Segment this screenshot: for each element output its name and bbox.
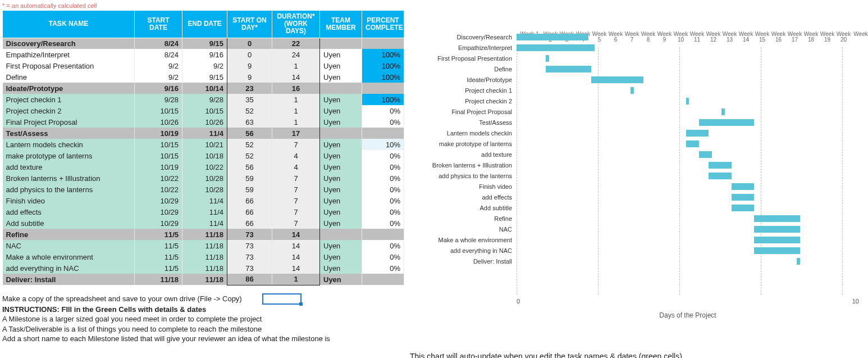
start-cell[interactable]: 10/19 (135, 128, 182, 139)
start-cell[interactable]: 11/5 (135, 251, 182, 262)
day-cell[interactable]: 66 (227, 195, 272, 206)
day-cell[interactable]: 66 (227, 217, 272, 229)
task-cell[interactable]: add physics to the lanterns (3, 184, 135, 195)
end-cell[interactable]: 11/4 (182, 217, 227, 229)
end-cell[interactable]: 10/28 (182, 173, 227, 184)
th-pct[interactable]: PERCENT COMPLETE (362, 11, 404, 38)
end-cell[interactable]: 10/26 (182, 116, 227, 128)
table-row[interactable]: First Proposal Presentation9/29/291Uyen1… (3, 60, 404, 71)
task-cell[interactable]: Deliver: Install (3, 274, 135, 285)
start-cell[interactable]: 8/24 (135, 49, 182, 60)
dur-cell[interactable]: 7 (272, 195, 320, 206)
end-cell[interactable]: 11/18 (182, 262, 227, 274)
task-cell[interactable]: Define (3, 71, 135, 83)
pct-cell[interactable]: 0% (362, 251, 404, 262)
th-day[interactable]: START ON DAY* (227, 11, 272, 38)
team-cell[interactable]: Uyen (320, 251, 362, 262)
start-cell[interactable]: 9/2 (135, 60, 182, 71)
dur-cell[interactable]: 7 (272, 139, 320, 150)
start-cell[interactable]: 9/2 (135, 71, 182, 83)
pct-cell[interactable]: 0% (362, 206, 404, 217)
table-row[interactable]: Add subtitle10/2911/4667Uyen0% (3, 217, 404, 229)
dur-cell[interactable]: 17 (272, 128, 320, 139)
task-cell[interactable]: add texture (3, 161, 135, 173)
task-cell[interactable]: Broken lanterns + Illlustration (3, 173, 135, 184)
pct-cell[interactable] (362, 83, 404, 94)
table-row[interactable]: Make a whole environment11/511/187314Uye… (3, 251, 404, 262)
day-cell[interactable]: 52 (227, 105, 272, 116)
team-cell[interactable]: Uyen (320, 49, 362, 60)
team-cell[interactable]: Uyen (320, 184, 362, 195)
table-row[interactable]: Discovery/Research8/249/15022 (3, 38, 404, 49)
day-cell[interactable]: 59 (227, 184, 272, 195)
dur-cell[interactable]: 1 (272, 105, 320, 116)
start-cell[interactable]: 10/29 (135, 217, 182, 229)
start-cell[interactable]: 11/5 (135, 262, 182, 274)
start-cell[interactable]: 10/22 (135, 184, 182, 195)
pct-cell[interactable]: 0% (362, 262, 404, 274)
start-cell[interactable]: 11/5 (135, 240, 182, 251)
table-row[interactable]: Project checkin 210/1510/15521Uyen0% (3, 105, 404, 116)
dur-cell[interactable]: 7 (272, 184, 320, 195)
table-row[interactable]: Final Project Proposal10/2610/26631Uyen0… (3, 116, 404, 128)
start-cell[interactable]: 8/24 (135, 38, 182, 49)
team-cell[interactable]: Uyen (320, 60, 362, 71)
pct-cell[interactable]: 0% (362, 161, 404, 173)
task-cell[interactable]: Discovery/Research (3, 38, 135, 49)
end-cell[interactable]: 10/18 (182, 150, 227, 161)
pct-cell[interactable]: 0% (362, 150, 404, 161)
team-cell[interactable]: Uyen (320, 105, 362, 116)
task-cell[interactable]: Empathize/Interpret (3, 49, 135, 60)
th-team[interactable]: TEAM MEMBER (320, 11, 362, 38)
start-cell[interactable]: 11/18 (135, 274, 182, 285)
task-cell[interactable]: First Proposal Presentation (3, 60, 135, 71)
table-row[interactable]: add texture10/1910/22564Uyen0% (3, 161, 404, 173)
day-cell[interactable]: 52 (227, 150, 272, 161)
task-cell[interactable]: NAC (3, 240, 135, 251)
dur-cell[interactable]: 1 (272, 116, 320, 128)
table-row[interactable]: Test/Assess10/1911/45617 (3, 128, 404, 139)
team-cell[interactable]: Uyen (320, 262, 362, 274)
table-row[interactable]: make prototype of lanterns10/1510/18524U… (3, 150, 404, 161)
table-row[interactable]: add physics to the lanterns10/2210/28597… (3, 184, 404, 195)
end-cell[interactable]: 9/16 (182, 49, 227, 60)
team-cell[interactable]: Uyen (320, 173, 362, 184)
day-cell[interactable]: 35 (227, 94, 272, 105)
end-cell[interactable]: 11/18 (182, 229, 227, 240)
day-cell[interactable]: 0 (227, 49, 272, 60)
team-cell[interactable]: Uyen (320, 206, 362, 217)
team-cell[interactable]: Uyen (320, 274, 362, 285)
day-cell[interactable]: 63 (227, 116, 272, 128)
team-cell[interactable]: Uyen (320, 195, 362, 206)
day-cell[interactable]: 73 (227, 251, 272, 262)
day-cell[interactable]: 73 (227, 262, 272, 274)
start-cell[interactable]: 11/5 (135, 229, 182, 240)
pct-cell[interactable] (362, 38, 404, 49)
day-cell[interactable]: 9 (227, 60, 272, 71)
start-cell[interactable]: 10/22 (135, 173, 182, 184)
dur-cell[interactable]: 14 (272, 229, 320, 240)
dur-cell[interactable]: 14 (272, 71, 320, 83)
end-cell[interactable]: 9/2 (182, 60, 227, 71)
dur-cell[interactable]: 14 (272, 251, 320, 262)
dur-cell[interactable]: 4 (272, 150, 320, 161)
pct-cell[interactable]: 100% (362, 94, 404, 105)
pct-cell[interactable]: 0% (362, 116, 404, 128)
day-cell[interactable]: 59 (227, 173, 272, 184)
task-cell[interactable]: Test/Assess (3, 128, 135, 139)
task-cell[interactable]: make prototype of lanterns (3, 150, 135, 161)
pct-cell[interactable]: 0% (362, 184, 404, 195)
day-cell[interactable]: 56 (227, 161, 272, 173)
start-cell[interactable]: 10/15 (135, 139, 182, 150)
task-cell[interactable]: Make a whole environment (3, 251, 135, 262)
team-cell[interactable] (320, 128, 362, 139)
end-cell[interactable]: 10/14 (182, 83, 227, 94)
end-cell[interactable]: 11/4 (182, 128, 227, 139)
team-cell[interactable]: Uyen (320, 161, 362, 173)
team-cell[interactable]: Uyen (320, 217, 362, 229)
team-cell[interactable] (320, 229, 362, 240)
pct-cell[interactable]: 10% (362, 139, 404, 150)
pct-cell[interactable]: 100% (362, 60, 404, 71)
pct-cell[interactable] (362, 128, 404, 139)
dur-cell[interactable]: 14 (272, 240, 320, 251)
